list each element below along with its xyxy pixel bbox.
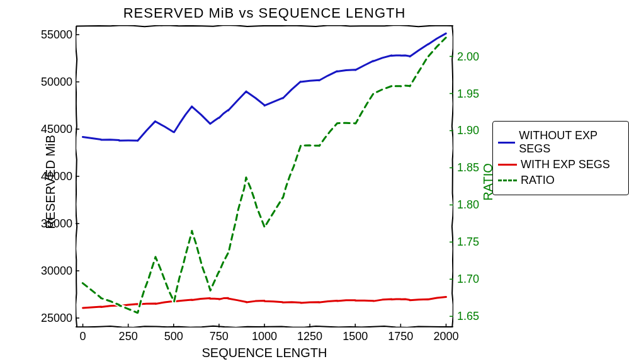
tick-label: 25000 xyxy=(41,312,72,325)
tick-label: 1.95 xyxy=(457,87,479,100)
tick-label: 1.75 xyxy=(457,236,479,249)
plot-area xyxy=(76,25,453,327)
legend-label: WITHOUT EXP SEGS xyxy=(519,129,622,156)
tick-label: 2000 xyxy=(433,330,458,343)
plot-lines xyxy=(82,33,446,313)
tick-label: 500 xyxy=(164,330,183,343)
tick-label: 1.80 xyxy=(457,198,479,212)
tick-label: 1.65 xyxy=(457,310,479,323)
legend-swatch xyxy=(498,179,517,181)
tick-label: 750 xyxy=(210,330,229,343)
tick-label: 0 xyxy=(80,330,86,343)
tick-label: 1750 xyxy=(388,330,413,343)
legend-label: RATIO xyxy=(521,174,555,187)
legend-swatch xyxy=(498,164,517,166)
x-axis-label: SEQUENCE LENGTH xyxy=(76,346,453,360)
tick-marks xyxy=(76,35,453,327)
legend-label: WITH EXP SEGS xyxy=(521,158,610,171)
plot-svg xyxy=(76,25,453,327)
legend: WITHOUT EXP SEGSWITH EXP SEGSRATIO xyxy=(492,121,629,195)
tick-label: 2.00 xyxy=(457,50,479,63)
tick-label: 35000 xyxy=(41,217,72,230)
tick-label: 50000 xyxy=(41,76,72,89)
chart-container: RESERVED MiB vs SEQUENCE LENGTH RESERVED… xyxy=(0,0,629,364)
plot-border xyxy=(76,25,453,327)
legend-item: WITH EXP SEGS xyxy=(498,158,622,171)
tick-label: 45000 xyxy=(41,123,72,136)
tick-label: 1250 xyxy=(297,330,322,343)
tick-label: 1500 xyxy=(343,330,368,343)
tick-label: 1.85 xyxy=(457,161,479,174)
tick-label: 1000 xyxy=(252,330,277,343)
chart-title: RESERVED MiB vs SEQUENCE LENGTH xyxy=(76,5,453,21)
tick-label: 30000 xyxy=(41,264,72,278)
tick-label: 1.70 xyxy=(457,273,479,286)
series-ratio xyxy=(82,38,446,313)
legend-item: WITHOUT EXP SEGS xyxy=(498,129,622,156)
tick-label: 40000 xyxy=(41,170,72,183)
tick-label: 1.90 xyxy=(457,124,479,137)
tick-label: 250 xyxy=(119,330,138,343)
tick-label: 55000 xyxy=(41,28,72,42)
legend-swatch xyxy=(498,142,515,144)
legend-item: RATIO xyxy=(498,174,622,187)
